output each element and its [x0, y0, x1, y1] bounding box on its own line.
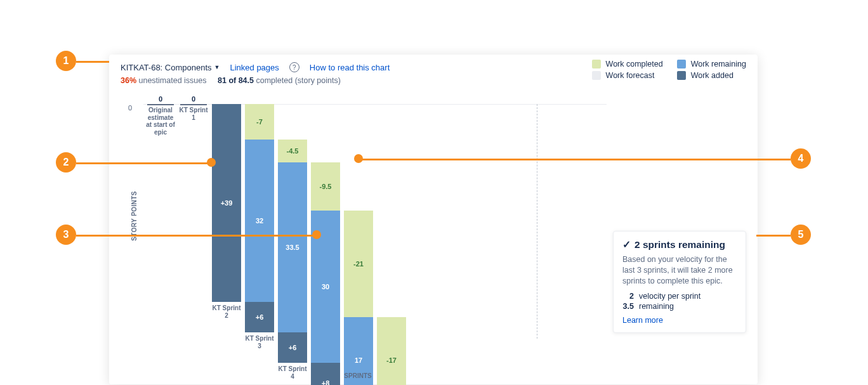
- linked-pages-link[interactable]: Linked pages: [230, 63, 279, 72]
- sprint-name: KT Sprint 1: [179, 107, 208, 121]
- legend-forecast: Work forecast: [592, 71, 663, 80]
- epic-selector[interactable]: KITKAT-68: Components ▼: [121, 63, 220, 72]
- sprint-name: KT Sprint 4: [278, 365, 307, 380]
- card-title: 2 sprints remaining: [635, 239, 725, 251]
- card-body: Based on your velocity for the last 3 sp…: [622, 254, 737, 287]
- x-axis-label: SPRINTS: [344, 372, 371, 379]
- bar-segment: -17: [377, 317, 406, 385]
- learn-more-link[interactable]: Learn more: [622, 316, 663, 325]
- callout-4-dot: [354, 154, 363, 163]
- how-to-read-link[interactable]: How to read this chart: [310, 63, 390, 72]
- forecast-card: ✓ 2 sprints remaining Based on your velo…: [613, 231, 746, 333]
- bar-segment: +39: [212, 104, 241, 302]
- zero-top: 0: [179, 95, 208, 103]
- legend: Work completed Work remaining Work forec…: [592, 60, 746, 80]
- callout-2: 2: [56, 152, 76, 173]
- swatch-completed: [592, 60, 601, 69]
- unestimated-pct: 36%: [121, 76, 136, 85]
- chevron-down-icon: ▼: [214, 64, 220, 70]
- zero-top: 0: [146, 95, 175, 103]
- swatch-remaining: [677, 60, 686, 69]
- callout-3: 3: [56, 225, 76, 245]
- y-zero: 0: [128, 104, 132, 112]
- legend-completed: Work completed: [592, 60, 663, 69]
- legend-remaining: Work remaining: [677, 60, 746, 69]
- epic-title: KITKAT-68: Components: [121, 63, 212, 72]
- y-axis-label: STORY POINTS: [131, 191, 138, 241]
- swatch-added: [677, 71, 686, 80]
- bar-segment: +8: [311, 363, 340, 385]
- completed-count: 81 of 84.5: [218, 76, 254, 85]
- remaining-value: 3.5: [622, 302, 634, 311]
- callout-3-line: [76, 235, 315, 237]
- remaining-label: remaining: [639, 302, 674, 311]
- bar-segment: 33.5: [278, 162, 307, 332]
- velocity-value: 2: [622, 292, 634, 301]
- legend-added: Work added: [677, 71, 746, 80]
- callout-5-line: [756, 235, 791, 237]
- callout-3-dot: [312, 230, 321, 239]
- bar-segment: 32: [245, 140, 274, 302]
- callout-2-dot: [207, 158, 216, 167]
- callout-1: 1: [56, 51, 76, 71]
- completed-label: completed (story points): [256, 76, 340, 85]
- bar-segment: -9.5: [311, 162, 340, 211]
- sprint-name: KT Sprint 2: [212, 304, 241, 319]
- velocity-label: velocity per sprint: [639, 292, 700, 301]
- bar-segment: -21: [344, 211, 373, 317]
- bar-segment: +6: [278, 332, 307, 363]
- bar-segment: -7: [245, 104, 274, 140]
- bars-container: 0Original estimate at start of epic0KT S…: [145, 104, 600, 358]
- callout-2-line: [76, 162, 209, 164]
- callout-5: 5: [791, 225, 811, 245]
- unestimated-label: unestimated issues: [139, 76, 207, 85]
- sprint-name: Original estimate at start of epic: [146, 107, 175, 136]
- help-icon[interactable]: ?: [289, 62, 299, 72]
- sprint-name: KT Sprint 3: [245, 335, 274, 349]
- check-icon: ✓: [622, 239, 631, 251]
- callout-4: 4: [791, 148, 811, 169]
- swatch-forecast: [592, 71, 601, 80]
- forecast-divider: [537, 104, 537, 339]
- callout-4-line: [359, 159, 791, 160]
- bar-segment: +6: [245, 302, 274, 332]
- callout-1-line: [76, 61, 109, 63]
- burndown-panel: KITKAT-68: Components ▼ Linked pages ? H…: [109, 55, 758, 384]
- chart-area: 0 STORY POINTS 0Original estimate at sta…: [117, 104, 746, 377]
- bar-segment: -4.5: [278, 140, 307, 162]
